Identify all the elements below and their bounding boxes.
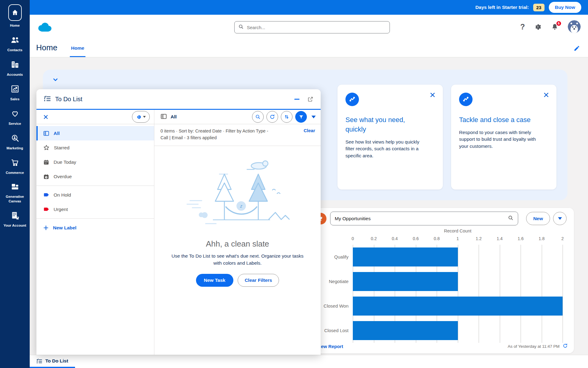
setup-gear-icon[interactable] [534, 23, 542, 31]
trial-days-label: Days left in Starter trial: [475, 5, 529, 10]
utility-taskbar: To Do List [30, 355, 588, 368]
chart-tick-label: 1.4 [497, 236, 503, 241]
chart-bar[interactable] [353, 321, 458, 340]
chart-gridline [500, 245, 500, 343]
page-nav-row: Home Home [0, 40, 588, 57]
sidebar-item-accounts[interactable]: Accounts [0, 60, 30, 77]
rail-settings-button[interactable] [132, 111, 150, 123]
edit-page-pencil-icon[interactable] [574, 45, 580, 53]
popout-icon[interactable] [307, 96, 313, 102]
empty-state-title: Ahh, a clean slate [206, 239, 269, 249]
chart-gridline [563, 245, 563, 343]
sidebar-item-marketing[interactable]: Marketing [0, 134, 30, 151]
user-avatar[interactable] [568, 20, 581, 33]
cart-icon [10, 158, 20, 168]
list-view-input[interactable] [335, 216, 508, 221]
sidebar-item-commerce[interactable]: Commerce [0, 158, 30, 175]
chart-title: Record Count [353, 228, 563, 233]
canvas-blocks-icon [11, 183, 19, 192]
clear-filters-button[interactable]: Clear Filters [238, 274, 279, 287]
chart-x-axis: 00.20.40.60.811.21.41.61.82 [353, 236, 563, 243]
chart-tick-label: 0.2 [371, 236, 377, 241]
notification-count-badge: 6 [556, 21, 562, 26]
rail-divider [36, 186, 154, 186]
promo-card-list-views: See what you need, quickly See how list … [337, 85, 443, 190]
account-store-icon [11, 211, 19, 221]
tab-home[interactable]: Home [70, 40, 85, 57]
minimize-icon[interactable] [294, 99, 300, 100]
chart-gridline [521, 245, 521, 343]
search-icon [508, 215, 514, 222]
notifications-bell-icon[interactable]: 6 [551, 23, 559, 31]
help-icon[interactable]: ? [520, 22, 525, 31]
todo-panel-header: To Do List [36, 89, 321, 110]
promo-card-cases: Tackle and close a case Respond to your … [451, 85, 556, 190]
close-icon[interactable] [43, 114, 48, 120]
people-icon [10, 36, 20, 45]
new-task-button[interactable]: New Task [196, 274, 233, 287]
list-view-icon [160, 113, 167, 121]
filter-button[interactable] [295, 111, 307, 123]
search-input[interactable] [247, 25, 386, 30]
list-status-text: 0 items · Sort by: Created Date · Filter… [160, 128, 273, 141]
rail-item-all[interactable]: All [36, 126, 154, 140]
chart-bar[interactable] [353, 297, 563, 316]
home-icon [8, 4, 22, 21]
chart-gridline [458, 245, 458, 343]
page-title: Home [36, 43, 57, 52]
sidebar-item-label: Marketing [1, 146, 29, 151]
sidebar-item-home[interactable]: Home [0, 4, 30, 28]
opportunities-footer: View Report As of Yesterday at 11:47 PM [317, 343, 568, 350]
app-sidebar: Home Contacts Accounts [0, 0, 30, 368]
sidebar-item-generative-canvas[interactable]: Generative Canvas [0, 183, 30, 204]
rail-item-on-hold[interactable]: On Hold [36, 188, 154, 202]
search-icon [238, 24, 244, 31]
sidebar-item-label: Commerce [1, 171, 29, 175]
sidebar-item-contacts[interactable]: Contacts [0, 36, 30, 52]
chart-bar[interactable] [353, 272, 458, 291]
new-opportunity-button[interactable]: New [526, 212, 550, 225]
chart-tick-label: 0.8 [434, 236, 439, 241]
buildings-icon [10, 60, 20, 70]
opportunities-card: New Record Count 00.20.40.60.811.21.41.6… [309, 208, 574, 353]
promo-card-title: Tackle and close a case [459, 115, 539, 125]
rail-item-label: Due Today [54, 159, 76, 165]
hammock-illustration: z [184, 157, 291, 235]
chart-tick-label: 0.4 [392, 236, 398, 241]
heart-icon [10, 109, 20, 119]
sidebar-item-label: Home [1, 23, 29, 28]
rail-item-overdue[interactable]: Overdue [36, 169, 154, 184]
taskbar-todo-item[interactable]: To Do List [30, 355, 75, 368]
close-icon[interactable] [543, 92, 549, 99]
new-label-button[interactable]: New Label [36, 220, 154, 235]
search-tasks-button[interactable] [252, 111, 264, 123]
pulse-chart-icon [345, 93, 359, 106]
sidebar-item-your-account[interactable]: Your Account [0, 211, 30, 228]
rail-item-urgent[interactable]: Urgent [36, 202, 154, 217]
taskbar-todo-label: To Do List [45, 358, 68, 364]
as-of-timestamp: As of Yesterday at 11:47 PM [508, 344, 560, 349]
close-icon[interactable] [430, 92, 435, 99]
chevron-down-icon[interactable] [51, 76, 59, 85]
empty-state-body: Use the To Do List to see what's due nex… [170, 252, 305, 267]
checklist-icon [44, 95, 51, 103]
chart-bar[interactable] [353, 247, 458, 266]
filter-dropdown-caret[interactable] [311, 116, 316, 118]
refresh-icon[interactable] [563, 343, 568, 350]
buy-now-button[interactable]: Buy Now [549, 2, 581, 13]
more-actions-dropdown[interactable] [553, 212, 567, 225]
rail-item-due-today[interactable]: Due Today [36, 155, 154, 169]
sidebar-item-service[interactable]: Service [0, 109, 30, 126]
rail-item-label: Overdue [54, 174, 72, 179]
list-view-combobox [330, 212, 518, 225]
refresh-button[interactable] [266, 111, 278, 123]
rail-divider [36, 218, 154, 219]
empty-state: z Ahh, a clean slate Use the To Do List … [154, 146, 321, 355]
clear-filters-link[interactable]: Clear [303, 128, 315, 133]
salesforce-home-screen: Days left in Starter trial: 23 Buy Now ? [0, 0, 588, 368]
rail-item-starred[interactable]: Starred [36, 140, 154, 155]
sort-button[interactable] [281, 111, 292, 123]
chart-tick-label: 1.2 [476, 236, 481, 241]
svg-text:z: z [239, 204, 242, 209]
sidebar-item-sales[interactable]: Sales [0, 85, 30, 102]
